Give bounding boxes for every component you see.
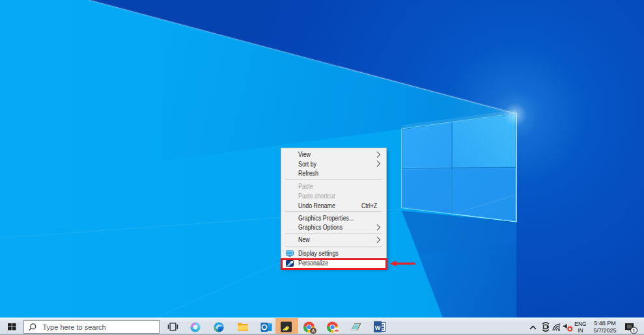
- svg-text:W: W: [375, 325, 381, 331]
- svg-text:A: A: [311, 328, 315, 334]
- svg-text:1: 1: [632, 328, 636, 334]
